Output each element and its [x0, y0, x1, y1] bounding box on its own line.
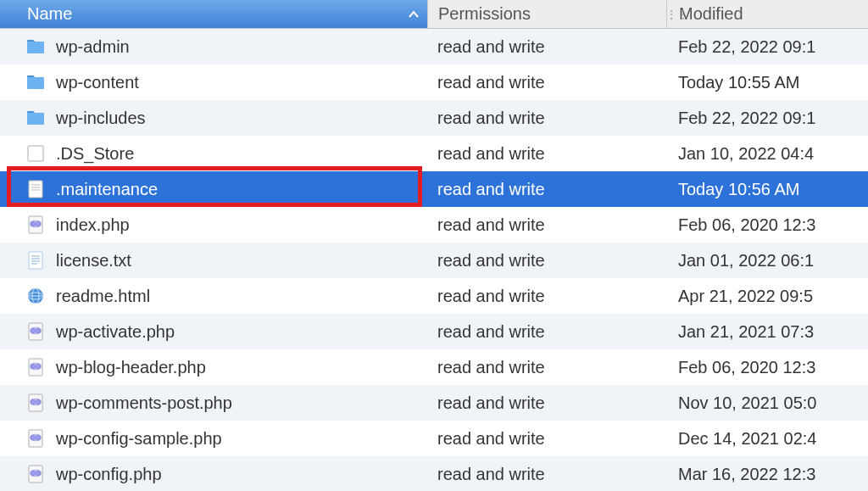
file-name: wp-config.php — [56, 465, 162, 484]
file-name: wp-content — [56, 73, 139, 92]
cell-permissions: read and write — [427, 144, 666, 164]
file-name: .DS_Store — [56, 144, 134, 164]
file-name: wp-comments-post.php — [56, 393, 232, 413]
cell-modified: Feb 06, 2020 12:3 — [666, 215, 868, 235]
cell-name: wp-includes — [0, 108, 427, 128]
file-php-icon — [25, 464, 46, 484]
cell-name: wp-config.php — [0, 464, 427, 484]
cell-name: wp-content — [0, 72, 427, 92]
cell-name: wp-comments-post.php — [0, 393, 427, 413]
cell-permissions: read and write — [427, 180, 666, 199]
table-row[interactable]: readme.htmlread and writeApr 21, 2022 09… — [0, 278, 868, 314]
file-name: wp-activate.php — [56, 322, 175, 342]
folder-icon — [25, 72, 46, 92]
cell-permissions: read and write — [427, 73, 666, 92]
cell-name: wp-blog-header.php — [0, 357, 427, 377]
table-row[interactable]: wp-blog-header.phpread and writeFeb 06, … — [0, 349, 868, 385]
file-name: wp-blog-header.php — [56, 358, 206, 377]
cell-modified: Jan 10, 2022 04:4 — [666, 144, 868, 164]
cell-permissions: read and write — [427, 465, 666, 484]
file-html-icon — [25, 286, 46, 306]
cell-modified: Feb 06, 2020 12:3 — [666, 358, 868, 377]
table-row[interactable]: wp-adminread and writeFeb 22, 2022 09:1 — [0, 29, 868, 64]
file-name: wp-config-sample.php — [56, 429, 222, 449]
file-php-icon — [25, 428, 46, 449]
file-name: wp-admin — [56, 37, 130, 57]
cell-modified: Nov 10, 2021 05:0 — [666, 393, 868, 413]
folder-icon — [25, 36, 46, 57]
file-name: index.php — [56, 215, 130, 235]
file-name: license.txt — [56, 251, 131, 271]
cell-modified: Feb 22, 2022 09:1 — [666, 109, 868, 128]
table-row[interactable]: wp-comments-post.phpread and writeNov 10… — [0, 385, 868, 421]
file-php-icon — [25, 215, 46, 235]
cell-permissions: read and write — [427, 37, 666, 57]
cell-permissions: read and write — [427, 358, 666, 377]
file-php-icon — [25, 393, 46, 413]
cell-modified: Feb 22, 2022 09:1 — [666, 37, 868, 57]
column-header-permissions[interactable]: Permissions — [427, 0, 666, 28]
cell-permissions: read and write — [427, 322, 666, 342]
cell-name: readme.html — [0, 286, 427, 306]
cell-modified: Today 10:55 AM — [666, 73, 868, 92]
cell-modified: Today 10:56 AM — [666, 180, 868, 199]
cell-permissions: read and write — [427, 215, 666, 235]
cell-name: index.php — [0, 215, 427, 235]
column-header-row: Name Permissions ⋮⋮ Modified — [0, 0, 868, 29]
cell-name: wp-admin — [0, 36, 427, 57]
cell-name: .DS_Store — [0, 143, 427, 164]
file-name: .maintenance — [56, 180, 158, 199]
cell-modified: Mar 16, 2022 12:3 — [666, 465, 868, 484]
file-txt-icon — [25, 250, 46, 271]
cell-permissions: read and write — [427, 429, 666, 449]
table-row[interactable]: wp-config.phpread and writeMar 16, 2022 … — [0, 456, 868, 491]
cell-modified: Dec 14, 2021 02:4 — [666, 429, 868, 449]
file-doc-icon — [25, 179, 46, 199]
file-list: wp-adminread and writeFeb 22, 2022 09:1w… — [0, 29, 868, 491]
sort-ascending-icon — [409, 10, 419, 19]
cell-name: .maintenance — [0, 179, 427, 199]
cell-permissions: read and write — [427, 287, 666, 306]
file-php-icon — [25, 357, 46, 377]
file-php-icon — [25, 321, 46, 342]
cell-name: license.txt — [0, 250, 427, 271]
file-name: readme.html — [56, 287, 150, 306]
column-grip-icon: ⋮⋮ — [665, 8, 689, 21]
column-header-name[interactable]: Name — [0, 4, 427, 24]
column-header-permissions-label: Permissions — [438, 4, 531, 24]
file-blank-icon — [25, 143, 46, 164]
table-row[interactable]: .maintenanceread and writeToday 10:56 AM — [0, 171, 868, 207]
cell-modified: Jan 01, 2022 06:1 — [666, 251, 868, 271]
table-row[interactable]: index.phpread and writeFeb 06, 2020 12:3 — [0, 207, 868, 243]
cell-permissions: read and write — [427, 393, 666, 413]
cell-permissions: read and write — [427, 109, 666, 128]
column-header-modified[interactable]: ⋮⋮ Modified — [666, 0, 868, 28]
table-row[interactable]: wp-includesread and writeFeb 22, 2022 09… — [0, 100, 868, 136]
cell-modified: Jan 21, 2021 07:3 — [666, 322, 868, 342]
file-name: wp-includes — [56, 109, 146, 128]
cell-name: wp-config-sample.php — [0, 428, 427, 449]
table-row[interactable]: wp-contentread and writeToday 10:55 AM — [0, 64, 868, 100]
cell-permissions: read and write — [427, 251, 666, 271]
table-row[interactable]: wp-activate.phpread and writeJan 21, 202… — [0, 314, 868, 349]
folder-icon — [25, 108, 46, 128]
table-row[interactable]: license.txtread and writeJan 01, 2022 06… — [0, 243, 868, 278]
table-row[interactable]: .DS_Storeread and writeJan 10, 2022 04:4 — [0, 136, 868, 171]
cell-name: wp-activate.php — [0, 321, 427, 342]
table-row[interactable]: wp-config-sample.phpread and writeDec 14… — [0, 421, 868, 456]
column-header-name-label: Name — [27, 4, 72, 24]
cell-modified: Apr 21, 2022 09:5 — [666, 287, 868, 306]
